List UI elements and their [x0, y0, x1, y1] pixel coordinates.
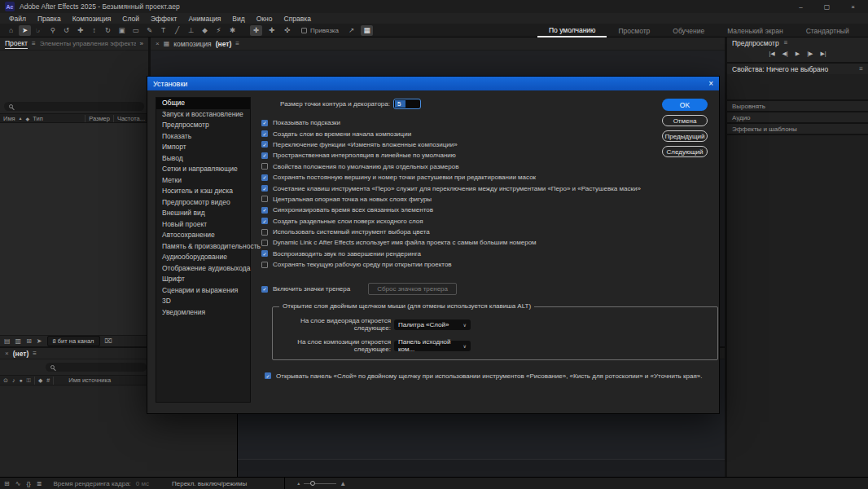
workspace-tab[interactable]: Маленький экран	[716, 24, 795, 37]
panel-menu-icon[interactable]: ≡	[859, 65, 863, 73]
dialog-sidebar-item[interactable]: Отображение аудиовыхода	[156, 263, 250, 275]
dialog-sidebar-item[interactable]: Уведомления	[156, 307, 250, 319]
previous-button[interactable]: Предыдущий	[662, 130, 708, 142]
world-axis-icon[interactable]: ✚	[265, 25, 278, 36]
preference-row[interactable]: Использовать системный инструмент выбора…	[261, 227, 654, 237]
menu-item[interactable]: Слой	[116, 15, 145, 23]
column-size[interactable]: Размер	[89, 115, 110, 122]
dialog-sidebar-item[interactable]: Вывод	[156, 153, 250, 165]
open-layer-panel-row[interactable]: Открывать панель «Слой» по двойному щелч…	[265, 370, 654, 381]
play-button[interactable]: ▶	[796, 51, 800, 57]
expand-arrows-icon[interactable]: ↗	[345, 25, 357, 36]
tab-effect-controls[interactable]: Элементы управления эффектами (не	[40, 40, 136, 47]
source-name-column[interactable]: Имя источника	[68, 377, 111, 384]
hand-tool-icon[interactable]: ☞	[33, 25, 45, 36]
grid-guides-icon[interactable]: ▦	[361, 25, 373, 36]
checkbox[interactable]	[261, 207, 268, 214]
dialog-sidebar-item[interactable]: Сетки и направляющие	[156, 164, 250, 175]
panel-effects-presets[interactable]: Эффекты и шаблоны	[727, 124, 868, 134]
layer-number-icon[interactable]: #	[46, 377, 50, 384]
workspace-tab[interactable]: По умолчанию	[537, 24, 607, 37]
dialog-close-icon[interactable]: ×	[708, 79, 713, 88]
snap-checkbox[interactable]	[301, 28, 307, 33]
preference-row[interactable]: Свойства положения по умолчанию для отде…	[261, 161, 654, 172]
workspace-tab[interactable]: Просмотр	[607, 24, 661, 37]
clone-stamp-tool-icon[interactable]: ⊥	[185, 25, 197, 36]
rotation-tool-icon[interactable]: ↻	[102, 25, 114, 36]
label-column-icon[interactable]: ◆	[26, 116, 30, 121]
dialog-sidebar-item[interactable]: Новый проект	[156, 219, 250, 231]
preference-row[interactable]: Центральная опорная точка на новых слоях…	[261, 194, 654, 205]
tab-overflow-icon[interactable]: »	[140, 40, 143, 47]
zoom-in-icon[interactable]: ▲	[340, 480, 346, 487]
orbit-camera-tool-icon[interactable]: ↺	[60, 25, 72, 36]
menu-item[interactable]: Файл	[3, 15, 32, 23]
view-axis-icon[interactable]: ✜	[281, 25, 293, 36]
open-layer-panel-checkbox[interactable]	[265, 372, 271, 379]
preference-row[interactable]: Создать слои во времени начала композици…	[261, 128, 654, 139]
tab-project[interactable]: Проект	[5, 38, 28, 49]
footage-layer-dropdown[interactable]: Палитра «Слой» ∨	[394, 319, 471, 330]
workspace-tab[interactable]: Стандартный	[795, 24, 861, 37]
dialog-sidebar-item[interactable]: Аудиооборудование	[156, 252, 250, 263]
comp-mini-flowchart-icon[interactable]: ⊞	[4, 480, 10, 487]
dialog-sidebar-item[interactable]: Шрифт	[156, 274, 250, 285]
column-type[interactable]: Тип	[33, 115, 43, 122]
preference-row[interactable]: Сочетание клавиш инструмента «Перо» служ…	[261, 183, 654, 193]
local-axis-icon[interactable]: ✛	[250, 25, 262, 36]
new-composition-icon[interactable]: ⊞	[26, 337, 32, 345]
eraser-tool-icon[interactable]: ◆	[199, 25, 211, 36]
preference-row[interactable]: Воспроизводить звук по завершении рендер…	[261, 249, 654, 259]
zoom-out-icon[interactable]: ▲	[296, 481, 300, 486]
audio-icon[interactable]: ♪	[12, 377, 15, 384]
zoom-tool-icon[interactable]: ⚲	[46, 25, 59, 36]
dialog-sidebar-item[interactable]: Импорт	[156, 142, 250, 153]
trash-icon[interactable]: ⌧	[105, 337, 112, 345]
timeline-zoom-slider[interactable]: ▲ ▲	[296, 480, 346, 487]
checkbox[interactable]	[261, 152, 268, 159]
column-name[interactable]: Имя	[3, 115, 15, 122]
dialog-sidebar-item[interactable]: Автосохранение	[156, 230, 250, 241]
reset-trainer-button[interactable]: Сброс значков тренера	[368, 283, 457, 295]
preference-row[interactable]: Сохранять постоянную вершину и номер точ…	[261, 172, 654, 183]
camera-tool-icon[interactable]: ▣	[116, 25, 128, 36]
trainer-checkbox[interactable]	[261, 286, 268, 293]
solo-icon[interactable]: ●	[19, 377, 22, 384]
checkbox[interactable]	[261, 218, 268, 224]
toggle-switches-modes-button[interactable]: Перекл. выключ/режимы	[172, 480, 247, 487]
preference-row[interactable]: Пространственная интерполяция в линейные…	[261, 150, 654, 161]
menu-item[interactable]: Анимация	[182, 15, 226, 23]
next-button[interactable]: Следующий	[662, 146, 708, 157]
checkbox[interactable]	[261, 120, 268, 126]
cancel-button[interactable]: Отмена	[662, 115, 708, 126]
dialog-sidebar-item[interactable]: Сценарии и выражения	[156, 285, 250, 297]
menu-item[interactable]: Справка	[278, 15, 317, 23]
menu-item[interactable]: Окно	[251, 15, 278, 23]
path-point-size-input[interactable]: 5	[393, 99, 421, 109]
workspace-tab[interactable]: Обучение	[661, 24, 716, 37]
next-frame-button[interactable]: |▶	[807, 51, 813, 57]
preference-row[interactable]: Переключение функции «Изменять вложенные…	[261, 139, 654, 150]
comp-layer-dropdown[interactable]: Панель исходной ком... ∨	[394, 341, 471, 351]
dialog-sidebar-item[interactable]: Память & производительность	[156, 241, 250, 253]
selection-tool-icon[interactable]: ➤	[19, 25, 31, 36]
bit-depth-button[interactable]: 8 бит на канал	[47, 336, 100, 346]
dialog-sidebar-item[interactable]: Предпросмотр	[156, 120, 250, 131]
transfer-controls-icon[interactable]: ≣	[37, 480, 42, 487]
restore-button[interactable]: ▢	[824, 3, 831, 11]
video-eye-icon[interactable]: ⊙	[3, 377, 8, 384]
dialog-sidebar-item[interactable]: Предпросмотр видео	[156, 197, 250, 209]
dialog-sidebar-item[interactable]: 3D	[156, 296, 250, 307]
rectangle-tool-icon[interactable]: ▭	[129, 25, 142, 36]
dialog-sidebar-item[interactable]: Метки	[156, 175, 250, 187]
panel-align[interactable]: Выровнять	[727, 101, 868, 111]
puppet-pin-tool-icon[interactable]: ✱	[226, 25, 239, 36]
snap-toggle[interactable]: Привязка	[301, 27, 339, 34]
dolly-camera-tool-icon[interactable]: ↕	[88, 25, 100, 36]
previous-frame-button[interactable]: ◀|	[783, 51, 788, 57]
brush-tool-icon[interactable]: ╱	[171, 25, 183, 36]
panel-menu-icon[interactable]: ≡	[235, 40, 239, 47]
preference-row[interactable]: Сохранять текущую рабочую среду при откр…	[261, 259, 654, 270]
dialog-sidebar-item[interactable]: Запуск и восстановление	[156, 109, 250, 121]
close-window-button[interactable]: ×	[851, 3, 855, 11]
